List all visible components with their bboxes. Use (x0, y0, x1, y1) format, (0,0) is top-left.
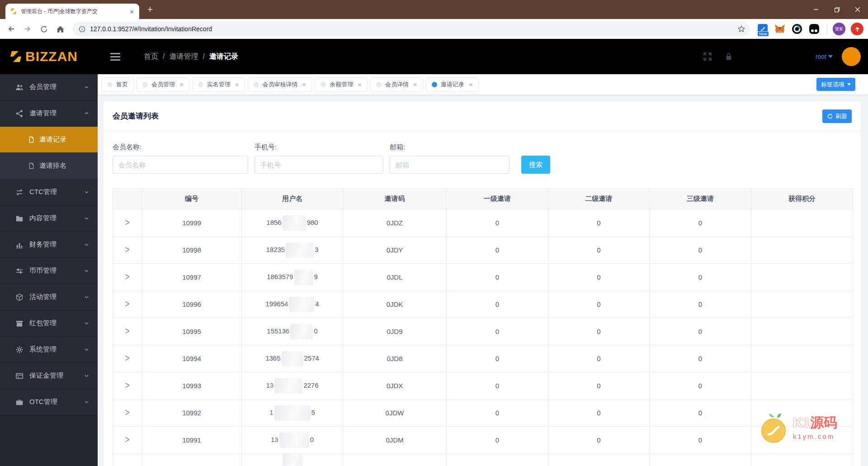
search-input[interactable] (255, 156, 383, 174)
chevron-down-icon (84, 268, 90, 274)
cell-points (751, 264, 853, 291)
cell-level2: 0 (548, 264, 650, 291)
tag-options-button[interactable]: 标签选项 (816, 78, 855, 91)
search-input[interactable] (113, 156, 248, 174)
tab-dot-icon (254, 82, 259, 87)
view-tab[interactable]: 会员审核详情× (248, 77, 312, 92)
view-tab-label: 会员审核详情 (263, 81, 298, 89)
view-tab[interactable]: 会员管理× (137, 77, 189, 92)
tab-close-icon[interactable]: × (358, 81, 362, 88)
tab-dot-icon (142, 82, 148, 87)
cell-id: 10994 (142, 345, 242, 372)
search-button[interactable]: 搜索 (521, 156, 550, 174)
expand-row-button[interactable]: > (125, 434, 130, 446)
user-menu[interactable]: root (816, 53, 833, 60)
sidebar-item[interactable]: 财务管理 (0, 232, 98, 258)
cell-username: 18635799 (242, 264, 343, 291)
home-button[interactable] (53, 22, 67, 36)
browser-profile-badge[interactable]: 贤军 (833, 23, 845, 35)
sidebar-item[interactable]: 内容管理 (0, 205, 98, 232)
tab-close-icon[interactable]: × (128, 7, 136, 16)
cell-username: 15 (242, 399, 343, 427)
column-header: 邀请码 (343, 189, 447, 209)
sidebar-subitem[interactable]: 邀请排名 (0, 153, 98, 179)
sidebar-item[interactable]: 会员管理 (0, 74, 98, 100)
forward-button[interactable] (21, 22, 34, 36)
tab-close-icon[interactable]: × (179, 81, 184, 88)
search-form: 会员名称:手机号:邮箱: 搜索 (113, 143, 852, 174)
sidebar-item[interactable]: 币币管理 (0, 258, 98, 284)
table-row: >10992150JDW000 (113, 399, 853, 427)
extension-new-icon[interactable]: New (756, 23, 769, 35)
expand-row-button[interactable]: > (125, 326, 130, 337)
expand-row-button[interactable]: > (125, 271, 130, 283)
breadcrumb-item[interactable]: 首页 (144, 52, 158, 62)
expand-row-button[interactable]: > (125, 217, 130, 228)
chevron-down-icon (84, 189, 90, 195)
blurred-text (286, 243, 314, 258)
chevron-down-icon (84, 320, 90, 326)
fullscreen-icon[interactable] (703, 52, 712, 62)
sidebar-item[interactable]: 红包管理 (0, 310, 98, 337)
view-tab[interactable]: 会员详情× (370, 77, 423, 92)
logo-text: BIZZAN (25, 49, 78, 64)
browser-tab[interactable]: 管理后台 - 币严|全球数字资产交 × (5, 4, 139, 19)
cell-level3: 0 (650, 318, 751, 345)
chevron-up-icon (84, 110, 90, 116)
view-tab[interactable]: 首页 (101, 77, 134, 92)
tab-close-icon[interactable]: × (413, 81, 417, 88)
url-bar[interactable]: 127.0.0.1:9527/#/Invitation/InvitationRe… (72, 22, 750, 36)
column-header: 三级邀请 (650, 189, 751, 209)
minimize-button[interactable] (806, 0, 826, 19)
expand-row-button[interactable]: > (125, 407, 130, 418)
breadcrumb-item[interactable]: 邀请管理 (169, 52, 198, 62)
avatar[interactable] (842, 47, 861, 66)
cell-level1: 0 (447, 291, 548, 318)
view-tab[interactable]: 实名管理× (192, 77, 245, 92)
sidebar-item[interactable]: CTC管理 (0, 179, 98, 205)
chevron-down-icon (828, 55, 833, 58)
view-tab[interactable]: 余额管理× (315, 77, 368, 92)
breadcrumb-item: 邀请记录 (209, 52, 238, 62)
expand-row-button[interactable]: > (125, 380, 130, 391)
view-tab-label: 首页 (116, 81, 128, 89)
view-tab[interactable]: 邀请记录× (426, 77, 479, 92)
close-button[interactable] (847, 0, 868, 19)
restore-button[interactable] (826, 0, 847, 19)
update-arrow-icon[interactable] (851, 23, 863, 35)
sidebar-item[interactable]: 活动管理 (0, 284, 98, 310)
back-button[interactable] (5, 22, 18, 36)
expand-row-button[interactable]: > (125, 353, 130, 364)
tab-close-icon[interactable]: × (235, 81, 239, 88)
sidebar-item[interactable]: 系统管理 (0, 337, 98, 363)
menu-toggle-button[interactable] (110, 53, 120, 61)
new-tab-button[interactable]: + (144, 4, 156, 16)
reload-button[interactable] (37, 22, 51, 36)
table-row: >1099918569800JDZ000 (113, 209, 853, 237)
bizzan-logo[interactable]: BIZZAN (0, 49, 98, 64)
sidebar-item[interactable]: OTC管理 (0, 389, 98, 415)
tab-close-icon[interactable]: × (302, 81, 307, 88)
metamask-extension-icon[interactable] (774, 23, 786, 35)
search-input[interactable] (390, 156, 509, 174)
tab-close-icon[interactable]: × (469, 81, 473, 88)
cell-level3 (650, 454, 751, 466)
lock-icon[interactable] (724, 52, 733, 61)
app-navbar: BIZZAN 首页/邀请管理/邀请记录 root (0, 39, 868, 74)
sidebar-subitem[interactable]: 邀请记录 (0, 127, 98, 153)
sidebar-item[interactable]: 邀请管理 (0, 100, 98, 127)
bookmark-star-icon[interactable] (737, 25, 745, 33)
chevron-down-icon (847, 83, 851, 86)
view-tab-label: 余额管理 (330, 81, 353, 89)
refresh-button[interactable]: 刷新 (822, 109, 852, 123)
sidebar-item[interactable]: 保证金管理 (0, 363, 98, 389)
wallet-extension-icon[interactable] (808, 23, 821, 35)
cell-level3: 0 (650, 372, 751, 399)
sidebar-item-label: CTC管理 (29, 188, 57, 196)
expand-row-button[interactable]: > (125, 244, 130, 256)
ring-extension-icon[interactable] (791, 23, 803, 35)
url-text[interactable]: 127.0.0.1:9527/#/Invitation/InvitationRe… (90, 25, 733, 33)
tab-dot-icon (107, 82, 113, 87)
site-info-icon[interactable] (79, 26, 85, 33)
expand-row-button[interactable]: > (125, 299, 130, 310)
